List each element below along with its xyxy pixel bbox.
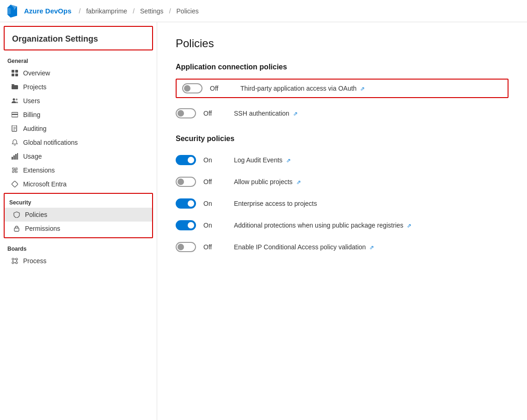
toggle-ssh-thumb (178, 110, 184, 117)
sidebar-item-auditing[interactable]: Auditing (0, 122, 157, 136)
grid-icon (11, 69, 18, 77)
policy-log-audit-name: Log Audit Events ⇗ (234, 156, 291, 164)
topnav-crumb-fabrikam[interactable]: fabrikamprime (86, 7, 127, 15)
toggle-ip-conditional[interactable] (176, 242, 196, 252)
sidebar-item-projects[interactable]: Projects (0, 80, 157, 94)
topnav-crumb-policies: Policies (177, 7, 199, 15)
sidebar-item-global-notifications[interactable]: Global notifications (0, 136, 157, 149)
toggle-enterprise-access[interactable] (176, 198, 196, 209)
topnav-crumb-settings[interactable]: Settings (140, 7, 164, 15)
svg-point-6 (16, 99, 18, 100)
policy-ssh-name: SSH authentication ⇗ (234, 110, 298, 117)
topnav: Azure DevOps / fabrikamprime / Settings … (0, 0, 527, 22)
policy-oauth-link-icon[interactable]: ⇗ (360, 86, 365, 92)
toggle-public-projects[interactable] (176, 177, 196, 187)
billing-icon (11, 111, 18, 118)
sidebar-item-extensions[interactable]: Extensions (0, 163, 157, 177)
policy-ip-conditional-state-label: Off (203, 243, 227, 251)
security-policies-section: Security policies On Log Audit Events ⇗ (176, 135, 509, 257)
svg-rect-14 (13, 155, 15, 160)
policy-row-additional-protections: On Additional protections when using pub… (176, 216, 509, 235)
policy-public-projects-link-icon[interactable]: ⇗ (296, 179, 301, 185)
sidebar-item-usage[interactable]: Usage (0, 149, 157, 163)
toggle-ssh-track (176, 108, 196, 118)
svg-rect-13 (12, 157, 13, 160)
sidebar: Organization Settings General Overview P… (0, 22, 157, 420)
policy-ip-conditional-link-icon[interactable]: ⇗ (369, 244, 374, 251)
policy-ssh-link-icon[interactable]: ⇗ (293, 111, 298, 117)
usage-icon (11, 153, 18, 160)
policy-oauth-state-label: Off (210, 85, 233, 92)
sidebar-item-auditing-label: Auditing (23, 125, 47, 132)
toggle-additional-protections-thumb (188, 222, 194, 229)
toggle-ip-conditional-thumb (178, 244, 184, 250)
security-policies-section-title: Security policies (176, 135, 509, 143)
sidebar-item-process[interactable]: Process (0, 254, 157, 268)
sidebar-item-usage-label: Usage (23, 153, 42, 160)
bell-icon (11, 139, 18, 146)
svg-rect-1 (15, 70, 18, 73)
sidebar-section-general: General (0, 52, 157, 66)
policy-ssh-state-label: Off (203, 110, 227, 117)
sidebar-item-users-label: Users (23, 97, 40, 105)
policy-additional-protections-link-icon[interactable]: ⇗ (407, 222, 411, 229)
policy-row-public-projects: Off Allow public projects ⇗ (176, 172, 509, 192)
sidebar-item-microsoft-entra[interactable]: Microsoft Entra (0, 177, 157, 191)
toggle-log-audit[interactable] (176, 155, 196, 165)
toggle-oauth[interactable] (182, 83, 202, 93)
sidebar-item-overview-label: Overview (23, 69, 50, 77)
app-connection-section: Application connection policies Off Thir… (176, 63, 509, 124)
sidebar-item-policies[interactable]: Policies (5, 208, 152, 222)
toggle-enterprise-access-thumb (188, 200, 194, 207)
sidebar-item-users[interactable]: Users (0, 94, 157, 108)
layout: Organization Settings General Overview P… (0, 22, 527, 420)
topnav-brand[interactable]: Azure DevOps (24, 7, 72, 15)
sidebar-item-policies-label: Policies (25, 211, 47, 218)
policy-ip-conditional-name: Enable IP Conditional Access policy vali… (234, 243, 374, 251)
svg-rect-4 (12, 85, 18, 89)
policy-enterprise-access-state-label: On (203, 200, 227, 207)
policy-row-ip-conditional: Off Enable IP Conditional Access policy … (176, 237, 509, 257)
sidebar-section-security: Security (5, 194, 152, 208)
azure-devops-logo-icon (7, 5, 20, 18)
policy-log-audit-state-label: On (203, 156, 227, 164)
policy-row-oauth: Off Third-party application access via O… (176, 79, 509, 98)
toggle-enterprise-access-track (176, 198, 196, 209)
policy-row-log-audit: On Log Audit Events ⇗ (176, 150, 509, 170)
toggle-ip-conditional-track (176, 242, 196, 252)
sidebar-item-billing[interactable]: Billing (0, 108, 157, 122)
folder-icon (11, 83, 18, 91)
app-connection-section-title: Application connection policies (176, 63, 509, 71)
sidebar-item-global-notifications-label: Global notifications (23, 139, 78, 146)
policy-row-ssh: Off SSH authentication ⇗ (176, 104, 509, 124)
sidebar-item-overview[interactable]: Overview (0, 66, 157, 80)
toggle-ssh[interactable] (176, 108, 196, 118)
audit-icon (11, 125, 18, 132)
policy-log-audit-link-icon[interactable]: ⇗ (286, 157, 291, 164)
sidebar-item-extensions-label: Extensions (23, 167, 55, 174)
process-icon (11, 257, 18, 265)
topnav-sep3: / (169, 7, 171, 15)
toggle-log-audit-track (176, 155, 196, 165)
policy-row-enterprise-access: On Enterprise access to projects (176, 194, 509, 214)
svg-rect-15 (15, 154, 17, 160)
sidebar-item-permissions[interactable]: Permissions (5, 222, 152, 235)
sidebar-item-permissions-label: Permissions (25, 225, 60, 232)
toggle-public-projects-thumb (178, 179, 184, 185)
sidebar-item-process-label: Process (23, 257, 47, 265)
org-settings-header[interactable]: Organization Settings (4, 26, 153, 50)
policy-enterprise-access-name: Enterprise access to projects (234, 200, 317, 207)
policy-additional-protections-state-label: On (203, 222, 227, 229)
policy-additional-protections-name: Additional protections when using public… (234, 222, 411, 229)
users-icon (11, 97, 18, 105)
security-section: Security Policies Permissions (4, 193, 153, 238)
svg-rect-8 (12, 114, 18, 115)
toggle-oauth-track (182, 83, 202, 93)
main-content: Policies Application connection policies… (157, 22, 527, 420)
topnav-sep2: / (133, 7, 135, 15)
svg-rect-18 (14, 228, 19, 231)
toggle-additional-protections[interactable] (176, 220, 196, 230)
svg-point-21 (12, 262, 14, 264)
svg-rect-16 (17, 153, 18, 160)
toggle-log-audit-thumb (188, 157, 194, 163)
